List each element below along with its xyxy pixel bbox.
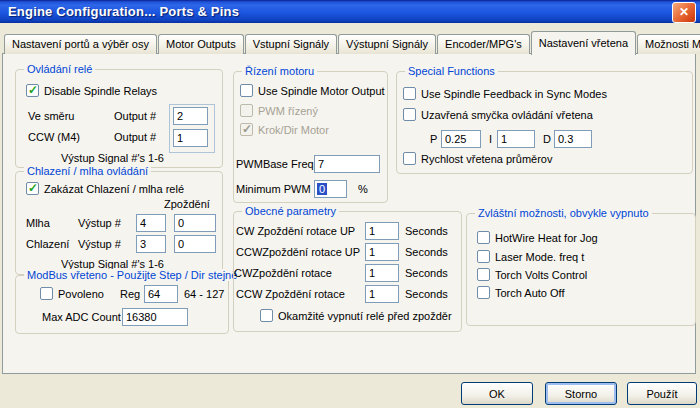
- reg-label: Reg: [120, 288, 140, 300]
- tab-strip: Nastavení portů a výběr osy Motor Output…: [4, 31, 700, 54]
- mist-output-input[interactable]: [136, 214, 166, 232]
- checkbox-unchecked-icon: [477, 231, 490, 244]
- tab-motor-outputs[interactable]: Motor Outputs: [158, 34, 244, 54]
- cancel-button[interactable]: Storno: [545, 382, 617, 405]
- options-group-title: Zvláštní možnosti, obvykle vypnuto: [475, 207, 652, 219]
- reg-range-label: 64 - 127: [184, 288, 224, 300]
- ok-button[interactable]: OK: [461, 382, 533, 405]
- cw-output-input[interactable]: [173, 107, 208, 125]
- p-input[interactable]: [441, 130, 481, 148]
- flood-output-label: Výstup #: [78, 238, 121, 250]
- ccw-delay-down-label: CCW Zpoždění rotace: [236, 288, 345, 300]
- special-group-title: Special Functions: [405, 65, 498, 77]
- p-label: P: [430, 133, 437, 145]
- cw-delay-up-input[interactable]: [365, 222, 399, 240]
- motor-control-group: Řízení motoru Use Spindle Motor Output P…: [233, 71, 388, 203]
- tab-port-setup[interactable]: Nastavení portů a výběr osy: [4, 34, 157, 54]
- tab-output-signals[interactable]: Výstupní Signály: [338, 34, 436, 54]
- coolant-group-title: Chlazení / mlha ovládání: [24, 165, 151, 177]
- coolant-mist-group: Chlazení / mlha ovládání Zakázat Chlazen…: [15, 171, 223, 275]
- pwmbase-label: PWMBase Freq.: [236, 158, 317, 170]
- ccw-delay-up-label: CCWZpoždění rotace UP: [236, 246, 360, 258]
- minimum-pwm-input[interactable]: 0: [314, 180, 347, 198]
- i-label: I: [489, 133, 492, 145]
- flood-delay-input[interactable]: [174, 235, 216, 253]
- disable-spindle-relays-checkbox[interactable]: Disable Spindle Relays: [26, 84, 157, 97]
- checkbox-unchecked-icon: [240, 84, 253, 97]
- seconds-unit: Seconds: [405, 288, 448, 300]
- pwm-control-checkbox[interactable]: PWM řízený: [240, 104, 318, 117]
- general-group-title: Obecné parametry: [242, 205, 339, 217]
- close-icon[interactable]: ✕: [672, 2, 696, 23]
- checkbox-checked-icon: [26, 182, 39, 195]
- spindle-setup-page: Ovládání relé Disable Spindle Relays Ve …: [2, 53, 696, 374]
- tab-spindle-setup[interactable]: Nastavení vřetena: [531, 31, 636, 55]
- tab-mill-options[interactable]: Možnosti Mill: [637, 34, 700, 54]
- spindle-feedback-checkbox[interactable]: Use Spindle Feedback in Sync Modes: [403, 87, 607, 100]
- laser-mode-checkbox[interactable]: Laser Mode. freq t: [477, 250, 584, 263]
- d-label: D: [543, 133, 551, 145]
- cw-delay-down-label: CWZpoždění rotace: [234, 267, 332, 279]
- cw-delay-up-label: CW Zpoždění rotace UP: [236, 225, 355, 237]
- flood-output-input[interactable]: [136, 235, 166, 253]
- checkbox-disabled-checked-icon: [240, 123, 253, 136]
- checkbox-unchecked-icon: [477, 250, 490, 263]
- relay-group-title: Ovládání relé: [24, 63, 95, 75]
- relay-control-group: Ovládání relé Disable Spindle Relays Ve …: [15, 69, 223, 168]
- ccw-direction-label: CCW (M4): [28, 131, 80, 143]
- disable-coolant-checkbox[interactable]: Zakázat Chlazení / mlha relé: [26, 182, 184, 195]
- max-adc-label: Max ADC Count: [42, 311, 121, 323]
- special-options-group: Zvláštní možnosti, obvykle vypnuto HotWi…: [466, 213, 696, 326]
- tab-input-signals[interactable]: Vstupní Signály: [245, 34, 337, 54]
- percent-label: %: [358, 183, 368, 195]
- seconds-unit: Seconds: [405, 246, 448, 258]
- titlebar: Engine Configuration... Ports & Pins ✕: [0, 0, 700, 23]
- d-input[interactable]: [554, 130, 592, 148]
- max-adc-input[interactable]: [122, 308, 188, 326]
- ccw-delay-up-input[interactable]: [365, 243, 399, 261]
- reg-input[interactable]: [144, 285, 178, 303]
- checkbox-unchecked-icon: [403, 108, 416, 121]
- mist-label: Mlha: [26, 217, 50, 229]
- minimum-pwm-label: Minimum PWM: [236, 183, 311, 195]
- mist-delay-input[interactable]: [174, 214, 216, 232]
- general-parameters-group: Obecné parametry CW Zpoždění rotace UP S…: [233, 211, 462, 332]
- checkbox-checked-icon: [26, 84, 39, 97]
- i-input[interactable]: [497, 130, 535, 148]
- seconds-unit: Seconds: [405, 225, 448, 237]
- use-spindle-motor-output-checkbox[interactable]: Use Spindle Motor Output: [240, 84, 385, 97]
- cw-output-label: Output #: [114, 110, 156, 122]
- checkbox-unchecked-icon: [403, 152, 416, 165]
- modbus-group-title: ModBus vřeteno - Použijte Step / Dir ste…: [24, 269, 240, 281]
- cw-delay-down-input[interactable]: [365, 264, 399, 282]
- apply-button[interactable]: Použít: [627, 382, 697, 405]
- ccw-output-input[interactable]: [173, 129, 208, 147]
- checkbox-unchecked-icon: [260, 309, 273, 322]
- delay-column-header: Zpoždění: [164, 198, 210, 210]
- mist-output-label: Výstup #: [78, 217, 121, 229]
- checkbox-unchecked-icon: [477, 286, 490, 299]
- cw-direction-label: Ve směru: [28, 110, 74, 122]
- tab-encoder-mpg[interactable]: Encoder/MPG's: [437, 34, 530, 54]
- relay-footer-note: Výstup Signal #'s 1-6: [61, 152, 164, 164]
- immediate-relay-off-checkbox[interactable]: Okamžité vypnutí relé před zpožděr: [260, 309, 452, 322]
- engine-configuration-dialog: Engine Configuration... Ports & Pins ✕ N…: [0, 0, 700, 408]
- checkbox-unchecked-icon: [40, 287, 53, 300]
- ccw-delay-down-input[interactable]: [365, 285, 399, 303]
- closed-loop-checkbox[interactable]: Uzavřená smyčka ovládání vřetena: [403, 108, 593, 121]
- step-dir-motor-checkbox[interactable]: Krok/Dir Motor: [240, 123, 329, 136]
- ccw-output-label: Output #: [114, 131, 156, 143]
- torch-auto-off-checkbox[interactable]: Torch Auto Off: [477, 286, 565, 299]
- flood-label: Chlazení: [26, 238, 69, 250]
- motor-group-title: Řízení motoru: [242, 65, 317, 77]
- spindle-speed-averaging-checkbox[interactable]: Rychlost vřetena průměrov: [403, 152, 552, 165]
- modbus-enabled-checkbox[interactable]: Povoleno: [40, 287, 104, 300]
- pwmbase-input[interactable]: [314, 155, 380, 173]
- seconds-unit: Seconds: [405, 267, 448, 279]
- checkbox-unchecked-icon: [403, 87, 416, 100]
- window-title: Engine Configuration... Ports & Pins: [0, 4, 239, 19]
- checkbox-disabled-icon: [240, 104, 253, 117]
- torch-volts-control-checkbox[interactable]: Torch Volts Control: [477, 268, 587, 281]
- special-functions-group: Special Functions Use Spindle Feedback i…: [396, 71, 693, 174]
- hotwire-heat-checkbox[interactable]: HotWire Heat for Jog: [477, 231, 598, 244]
